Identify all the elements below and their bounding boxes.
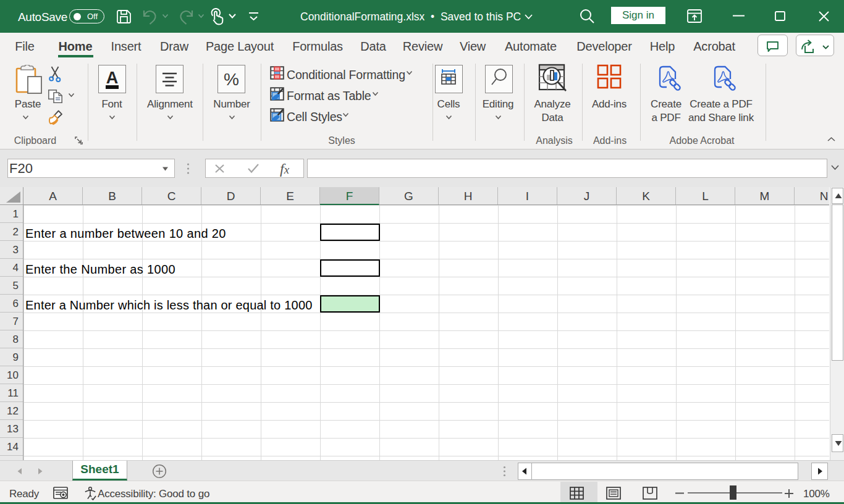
- svg-text:%: %: [224, 70, 239, 89]
- svg-text:A: A: [106, 69, 119, 87]
